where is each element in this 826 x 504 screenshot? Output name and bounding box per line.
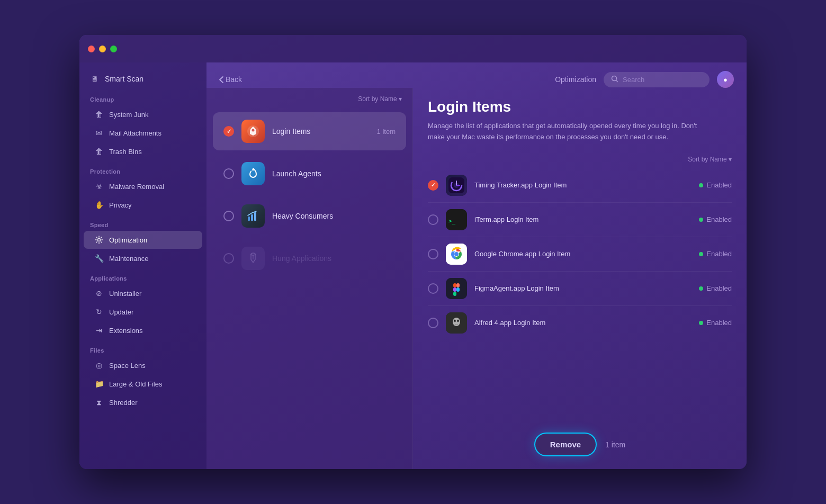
sidebar-item-optimization[interactable]: Optimization	[84, 231, 202, 249]
smart-scan-label: Smart Scan	[105, 75, 143, 83]
sidebar-label-system-junk: System Junk	[109, 111, 148, 119]
titlebar	[79, 35, 747, 62]
back-label: Back	[226, 75, 242, 84]
timing-status-label: Enabled	[706, 181, 732, 189]
svg-rect-23	[453, 287, 456, 292]
iterm-status-dot	[699, 218, 703, 222]
timing-app-icon	[446, 175, 467, 196]
sidebar-item-mail-attachments[interactable]: ✉ Mail Attachments	[84, 124, 202, 142]
bottom-bar: Remove 1 item	[413, 424, 747, 469]
updater-icon: ↻	[94, 307, 104, 317]
list-sort-label[interactable]: Sort by Name ▾	[358, 95, 402, 103]
figma-status-dot	[699, 286, 703, 291]
back-button[interactable]: Back	[219, 75, 242, 84]
heavy-consumers-label: Heavy Consumers	[272, 212, 396, 220]
alfred-radio[interactable]	[428, 318, 438, 328]
sidebar-item-space-lens[interactable]: ◎ Space Lens	[84, 356, 202, 374]
alfred-status-dot	[699, 321, 703, 325]
detail-panel: Login Items Manage the list of applicati…	[413, 88, 747, 469]
table-row: Timing Tracker.app Login Item Enabled	[428, 168, 732, 203]
svg-rect-25	[453, 292, 456, 296]
sidebar-item-system-junk[interactable]: 🗑 System Junk	[84, 105, 202, 123]
main-window: 🖥 Smart Scan Cleanup 🗑 System Junk ✉ Mai…	[79, 35, 747, 469]
sidebar-item-privacy[interactable]: ✋ Privacy	[84, 196, 202, 214]
login-items-label: Login Items	[272, 127, 370, 136]
search-icon	[611, 75, 618, 84]
minimize-button[interactable]	[99, 46, 106, 52]
sidebar-item-shredder[interactable]: ⧗ Shredder	[84, 393, 202, 411]
smart-scan-icon: 🖥	[90, 74, 100, 84]
list-panel: Sort by Name ▾ Login Items	[206, 88, 413, 469]
timing-status: Enabled	[699, 181, 732, 189]
sidebar-label-extensions: Extensions	[109, 327, 143, 335]
sidebar-item-maintenance[interactable]: 🔧 Maintenance	[84, 249, 202, 267]
malware-removal-icon: ☣	[94, 182, 104, 191]
section-label-cleanup: Cleanup	[79, 89, 206, 105]
svg-rect-24	[456, 287, 460, 292]
svg-point-19	[454, 252, 459, 256]
chrome-status-label: Enabled	[706, 250, 732, 258]
maintenance-icon: 🔧	[94, 254, 104, 263]
timing-status-dot	[699, 183, 703, 187]
timing-radio[interactable]	[428, 180, 438, 191]
timing-item-name: Timing Tracker.app Login Item	[474, 181, 692, 189]
svg-rect-21	[453, 283, 456, 287]
sidebar-item-uninstaller[interactable]: ⊘ Uninstaller	[84, 284, 202, 302]
optimization-icon	[94, 235, 104, 245]
svg-point-3	[252, 129, 255, 132]
launch-agents-radio[interactable]	[223, 168, 234, 179]
sidebar-label-space-lens: Space Lens	[109, 362, 146, 370]
maximize-button[interactable]	[110, 46, 117, 52]
chrome-radio[interactable]	[428, 249, 438, 259]
remove-count-label: 1 item	[605, 440, 625, 449]
sidebar-item-trash-bins[interactable]: 🗑 Trash Bins	[84, 142, 202, 160]
figma-status: Enabled	[699, 284, 732, 292]
section-label-applications: Applications	[79, 268, 206, 284]
iterm-item-name: iTerm.app Login Item	[474, 215, 692, 223]
iterm-radio[interactable]	[428, 214, 438, 225]
sidebar-item-updater[interactable]: ↻ Updater	[84, 303, 202, 321]
trash-bins-icon: 🗑	[94, 147, 104, 156]
login-items-radio[interactable]	[223, 126, 234, 137]
items-sort-row: Sort by Name ▾	[428, 156, 732, 163]
detail-description: Manage the list of applications that get…	[428, 121, 703, 143]
sidebar-label-optimization: Optimization	[109, 236, 147, 244]
sidebar-item-malware-removal[interactable]: ☣ Malware Removal	[84, 177, 202, 195]
figma-radio[interactable]	[428, 283, 438, 294]
table-row: Google Chrome.app Login Item Enabled	[428, 237, 732, 272]
section-label-protection: Protection	[79, 161, 206, 177]
launch-agents-label: Launch Agents	[272, 169, 396, 178]
list-item-launch-agents[interactable]: Launch Agents	[213, 155, 406, 193]
alfred-item-name: Alfred 4.app Login Item	[474, 319, 692, 327]
items-sort-label[interactable]: Sort by Name ▾	[688, 156, 732, 163]
list-item-login-items[interactable]: Login Items 1 item	[213, 112, 406, 150]
search-bar	[604, 72, 710, 87]
sidebar-label-privacy: Privacy	[109, 201, 132, 209]
chrome-app-icon	[446, 244, 467, 265]
sidebar-label-maintenance: Maintenance	[109, 255, 148, 263]
table-row: >_ iTerm.app Login Item Enabled	[428, 203, 732, 237]
iterm-app-icon: >_	[446, 209, 467, 230]
sidebar-label-malware-removal: Malware Removal	[109, 183, 164, 191]
iterm-status: Enabled	[699, 215, 732, 223]
detail-title: Login Items	[428, 98, 732, 115]
hung-applications-radio[interactable]	[223, 253, 234, 264]
heavy-consumers-radio[interactable]	[223, 211, 234, 221]
heavy-consumers-icon	[241, 204, 265, 228]
list-item-heavy-consumers[interactable]: Heavy Consumers	[213, 197, 406, 235]
svg-rect-22	[456, 283, 460, 287]
profile-avatar[interactable]: ●	[717, 71, 734, 88]
table-row: FigmaAgent.app Login Item Enabled	[428, 272, 732, 306]
sidebar-label-mail-attachments: Mail Attachments	[109, 129, 161, 137]
main-panel: Back Optimization ●	[206, 62, 747, 469]
remove-button[interactable]: Remove	[534, 433, 597, 456]
sidebar-item-smart-scan[interactable]: 🖥 Smart Scan	[79, 69, 206, 89]
close-button[interactable]	[88, 46, 95, 52]
svg-rect-20	[446, 278, 467, 299]
hung-applications-label: Hung Applications	[272, 254, 396, 263]
sidebar-item-large-old-files[interactable]: 📁 Large & Old Files	[84, 375, 202, 393]
sidebar-label-shredder: Shredder	[109, 399, 137, 407]
sidebar-item-extensions[interactable]: ⇥ Extensions	[84, 321, 202, 339]
list-item-hung-applications[interactable]: Hung Applications	[213, 239, 406, 277]
search-input[interactable]	[623, 76, 697, 84]
